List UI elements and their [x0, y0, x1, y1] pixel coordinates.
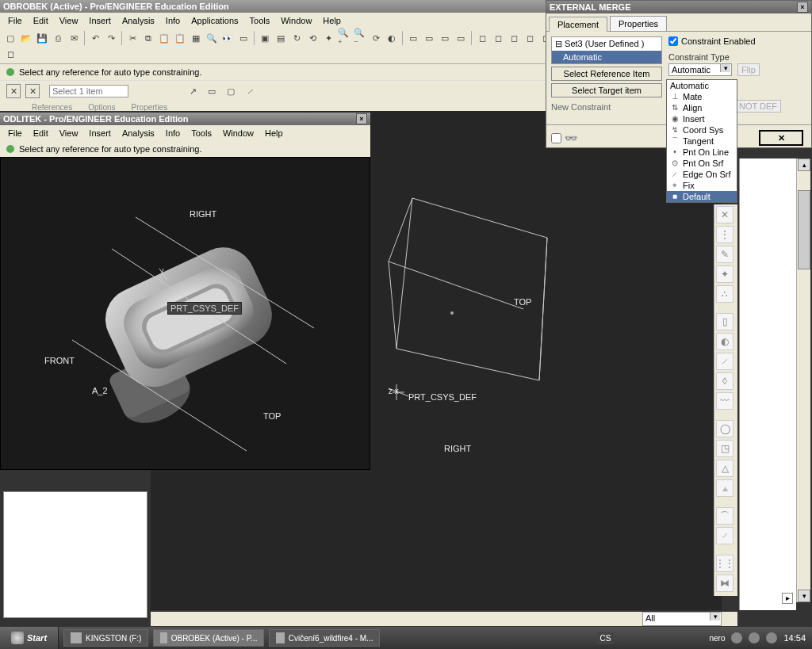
binoc-icon[interactable]: 👀	[220, 31, 235, 45]
merge-close-icon[interactable]: ×	[797, 2, 808, 13]
layers-icon[interactable]: ▤	[274, 31, 288, 45]
menu-applications[interactable]: Applications	[186, 14, 243, 27]
smenu-analysis[interactable]: Analysis	[117, 127, 159, 139]
extrude-icon[interactable]: ▯	[716, 313, 733, 330]
rib-icon[interactable]: △	[716, 460, 733, 477]
menu-tools[interactable]: Tools	[245, 14, 275, 27]
opt-default[interactable]: ■Default	[667, 191, 737, 202]
datum-plane-icon[interactable]: ✕	[716, 206, 733, 223]
menu-insert[interactable]: Insert	[84, 14, 116, 27]
mail-icon[interactable]: ✉	[67, 31, 81, 45]
orient-icon[interactable]: ⟲	[305, 31, 320, 45]
smenu-insert[interactable]: Insert	[84, 127, 116, 139]
tray-icon[interactable]	[749, 632, 760, 643]
constraint-enabled-checkbox[interactable]	[668, 36, 678, 46]
datum6-icon[interactable]: ◻	[3, 47, 17, 61]
csys-icon[interactable]: ✦	[716, 265, 733, 283]
find-icon[interactable]: 🔍	[205, 31, 219, 45]
dash1-icon[interactable]: ↗	[186, 84, 200, 98]
select-reference-button[interactable]: Select Reference Item	[551, 67, 662, 81]
opt-automatic[interactable]: Automatic	[667, 80, 737, 91]
tray-icon[interactable]	[731, 632, 742, 643]
dash3-icon[interactable]: ▢	[224, 84, 238, 98]
datum1-icon[interactable]: ◻	[475, 31, 489, 45]
paste2-icon[interactable]: 📋	[173, 31, 187, 45]
disp4-icon[interactable]: ▭	[454, 31, 468, 45]
datum4-icon[interactable]: ◻	[523, 31, 537, 45]
opt-align[interactable]: ⇅Align	[667, 102, 737, 113]
smenu-tools[interactable]: Tools	[186, 127, 216, 139]
menu-file[interactable]: File	[3, 14, 27, 27]
round-icon[interactable]: ⌒	[716, 507, 733, 525]
copy-icon[interactable]: ⧉	[141, 31, 155, 45]
constraint-type-dropdown[interactable]: Automatic ⊥Mate ⇅Align ◉Insert ↯Coord Sy…	[666, 79, 737, 203]
opt-mate[interactable]: ⊥Mate	[667, 91, 737, 102]
zoomout-icon[interactable]: 🔍⁻	[353, 31, 367, 45]
merge-titlebar[interactable]: EXTERNAL MERGE ×	[546, 1, 811, 13]
print-icon[interactable]: ⎙	[51, 31, 65, 45]
menu-window[interactable]: Window	[276, 14, 316, 27]
set-row[interactable]: ⊟ Set3 (User Defined )	[552, 37, 661, 51]
select-item-input[interactable]	[49, 85, 128, 97]
save-icon[interactable]: 💾	[35, 31, 49, 45]
cut-icon[interactable]: ✂	[125, 31, 140, 45]
opt-pntonline[interactable]: •Pnt On Line	[667, 147, 737, 158]
expand-corner-icon[interactable]: ▸	[782, 593, 793, 604]
scroll-down-icon[interactable]: ▾	[798, 590, 810, 602]
constraint-enabled-check[interactable]: Constraint Enabled	[668, 36, 806, 46]
task-kingston[interactable]: KINGSTON (F:)	[63, 629, 148, 647]
sec-titlebar[interactable]: ODLITEK - Pro/ENGINEER Education Edition…	[0, 113, 370, 125]
open-icon[interactable]: 📂	[19, 31, 33, 45]
glasses-icon[interactable]: 👓	[565, 132, 577, 144]
redo-icon[interactable]: ↷	[104, 31, 118, 45]
task-obrobek[interactable]: OBROBEK (Active) - P...	[153, 629, 264, 647]
shade-icon[interactable]: ◐	[385, 31, 399, 45]
xref2-icon[interactable]: ✕	[25, 84, 40, 98]
datum2-icon[interactable]: ◻	[491, 31, 505, 45]
view1-icon[interactable]: ▣	[258, 31, 272, 45]
repaint-icon[interactable]: ⟳	[369, 31, 383, 45]
select-target-button[interactable]: Select Target item	[551, 83, 662, 97]
tab-placement[interactable]: Placement	[549, 17, 607, 32]
sec-viewport[interactable]: RIGHT FRONT TOP A_2 PRT_CSYS_DEF	[0, 157, 370, 470]
clock[interactable]: 14:54	[783, 633, 806, 643]
menu-help[interactable]: Help	[318, 14, 346, 27]
smenu-window[interactable]: Window	[218, 127, 259, 139]
regen-icon[interactable]: ▦	[189, 31, 203, 45]
new-constraint-link[interactable]: New Constraint	[551, 97, 662, 116]
menu-view[interactable]: View	[55, 14, 83, 27]
menu-analysis[interactable]: Analysis	[117, 14, 159, 27]
right-scrollbar[interactable]: ▴ ▾	[796, 158, 810, 602]
opt-fix[interactable]: ⌖Fix	[667, 180, 737, 191]
dash2-icon[interactable]: ▭	[205, 84, 219, 98]
scroll-up-icon[interactable]: ▴	[798, 158, 810, 171]
close-icon[interactable]: ×	[356, 113, 367, 124]
nero-label[interactable]: nero	[709, 634, 725, 643]
flip-button[interactable]: Flip	[737, 63, 760, 76]
opt-edgeonsrf[interactable]: ⟋Edge On Srf	[667, 169, 737, 180]
sketch-icon[interactable]: ✎	[716, 246, 733, 263]
spin-icon[interactable]: ↻	[289, 31, 304, 45]
undo-icon[interactable]: ↶	[88, 31, 102, 45]
smenu-file[interactable]: File	[3, 127, 27, 139]
fit-icon[interactable]: ✦	[321, 31, 335, 45]
opt-insert[interactable]: ◉Insert	[667, 113, 737, 124]
filter-all-combo[interactable]: All	[642, 612, 722, 626]
opt-tangent[interactable]: ⌒Tangent	[667, 136, 737, 147]
auto-row[interactable]: Automatic	[552, 51, 661, 63]
scroll-thumb[interactable]	[798, 190, 810, 269]
hole-icon[interactable]: ◯	[716, 420, 733, 437]
opt-coordsys[interactable]: ↯Coord Sys	[667, 124, 737, 136]
paste-icon[interactable]: 📋	[157, 31, 171, 45]
disp3-icon[interactable]: ▭	[438, 31, 452, 45]
revolve-icon[interactable]: ◐	[716, 333, 733, 350]
smenu-help[interactable]: Help	[260, 127, 288, 139]
dialog-close-button[interactable]: ✕	[759, 130, 803, 146]
chamfer-icon[interactable]: ⟋	[716, 527, 733, 544]
menu-edit[interactable]: Edit	[29, 14, 53, 27]
constraint-type-combo[interactable]: Automatic	[668, 63, 732, 76]
model-tree-box[interactable]	[3, 491, 147, 618]
preview-check[interactable]	[551, 133, 561, 143]
smenu-view[interactable]: View	[55, 127, 83, 139]
blend-icon[interactable]: ◊	[716, 372, 733, 390]
